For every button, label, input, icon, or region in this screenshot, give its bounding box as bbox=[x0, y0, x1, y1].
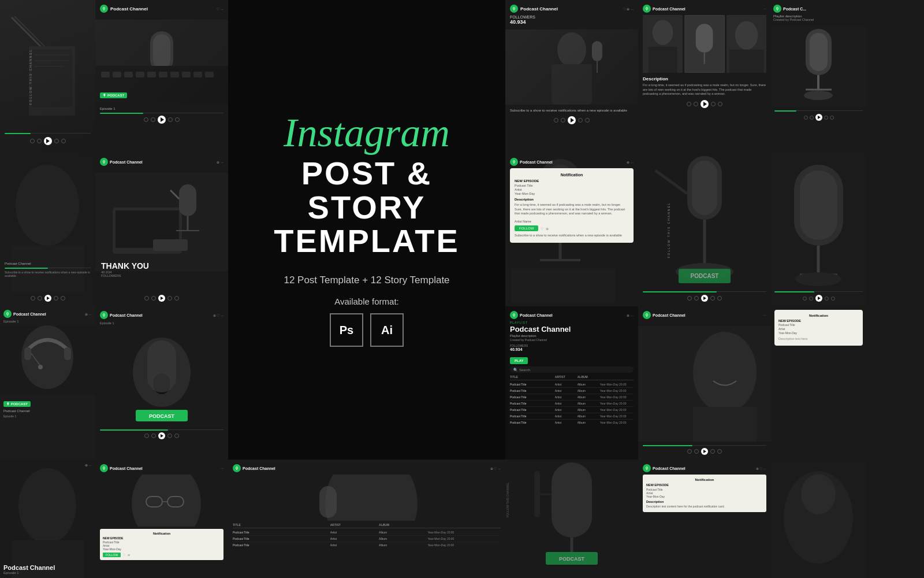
svg-point-25 bbox=[557, 32, 586, 67]
table-row: Podcast Title Artist Album Year-Mon-Day … bbox=[510, 388, 634, 394]
svg-rect-22 bbox=[193, 72, 202, 77]
play-btn-9[interactable]: PLAY bbox=[510, 357, 528, 364]
th-album: ALBUM bbox=[578, 375, 600, 379]
follow-btn-notif[interactable]: FOLLOW bbox=[515, 225, 538, 231]
card-col4-row1: 🎙 Podcast Channel ♡ ⊕ ··· FOLLOWERS 40.9… bbox=[505, 0, 638, 153]
table-row: Podcast Title Artist Album Year-Mon-Day … bbox=[510, 381, 634, 388]
svg-rect-73 bbox=[800, 171, 837, 240]
svg-rect-40 bbox=[810, 33, 828, 71]
card-col6-row4 bbox=[771, 460, 866, 578]
svg-rect-80 bbox=[64, 347, 71, 360]
svg-rect-79 bbox=[24, 347, 31, 360]
channel-9: Podcast Channel bbox=[520, 313, 553, 317]
podcast-badge: 🎙PODCAST bbox=[100, 88, 127, 99]
share-icons: ♡ ··· bbox=[217, 7, 223, 11]
channel-b3: Podcast Channel bbox=[243, 466, 275, 470]
card-header: 🎙 Podcast Channel ♡ ··· bbox=[100, 5, 223, 13]
created-by-4: Created by Podcast Channel bbox=[773, 18, 862, 21]
follow-b2[interactable]: FOLLOW bbox=[103, 553, 121, 557]
th-artist: ARTIST bbox=[555, 375, 578, 379]
th-album-b3: ALBUM bbox=[379, 523, 427, 527]
card-col2-row1: 🎙 Podcast Channel ♡ ··· bbox=[95, 0, 228, 153]
share-b5: ⊕ ♡ ··· bbox=[756, 466, 766, 470]
notif-b5: Notification bbox=[646, 478, 763, 481]
subscribe-text: Subscribe to a show to receive notificat… bbox=[510, 108, 634, 113]
svg-text:PODCAST: PODCAST bbox=[691, 273, 719, 279]
heart-notif: ♡ bbox=[541, 227, 543, 231]
svg-point-82 bbox=[38, 365, 43, 369]
episode-label-7: Episode 1 bbox=[3, 414, 92, 418]
card-col6-row1: 🎙 Podcast C... Playlist description Crea… bbox=[771, 0, 866, 153]
share-3: ··· bbox=[763, 7, 766, 10]
card-col5-row1: 🎙 Podcast Channel ··· bbox=[638, 0, 771, 153]
svg-rect-91 bbox=[693, 407, 757, 442]
card-col1-row1: FOLLOW THIS CHANNEL bbox=[0, 0, 95, 153]
channel-6: Podcast Channel bbox=[520, 160, 553, 164]
table-row: Podcast Title Artist Album Year-Mon-Day … bbox=[510, 394, 634, 401]
th-artist-b3: ARTIST bbox=[330, 523, 379, 527]
podcast-icon: 🎙 bbox=[100, 5, 108, 13]
hero-format-label: Available format: bbox=[334, 297, 398, 306]
share-10: ··· bbox=[763, 313, 766, 317]
svg-rect-18 bbox=[147, 72, 156, 77]
channel-7: Podcast Channel bbox=[13, 312, 46, 316]
heart-b2: ♡ bbox=[123, 553, 125, 557]
podcast-icon-7: 🎙 bbox=[3, 310, 12, 318]
th-title: TITLE bbox=[510, 375, 555, 379]
new-ep-b2: NEW EPISODE bbox=[103, 536, 221, 540]
podcast-icon-8: 🎙 bbox=[100, 311, 108, 319]
card-col4-row4: PODCAST FOLLOW THIS CHANNEL bbox=[505, 460, 638, 578]
svg-text:PODCAST: PODCAST bbox=[149, 413, 175, 419]
svg-point-30 bbox=[653, 20, 673, 45]
followers-count: 40.934 bbox=[510, 19, 634, 25]
bottom-podcast-title: Podcast Channel bbox=[3, 564, 92, 571]
channel-5: Podcast Channel bbox=[110, 160, 143, 164]
svg-rect-50 bbox=[179, 184, 196, 216]
th-date-b3 bbox=[427, 523, 501, 527]
channel-10: Podcast Channel bbox=[653, 313, 685, 317]
created-by-9: Created by Podcast Channel bbox=[510, 338, 634, 342]
card-col5-row2: PODCAST FOLLOW THIS CHANNEL bbox=[638, 153, 771, 306]
svg-rect-15 bbox=[113, 72, 121, 77]
table-row-b3-2: Podcast Title Artist Album Year-Mon-Day … bbox=[233, 536, 501, 542]
notification-title: Notification bbox=[515, 173, 629, 177]
podcast-icon-6: 🎙 bbox=[510, 158, 518, 166]
podcast-icon-9: 🎙 bbox=[510, 311, 518, 319]
card-col2-row4: 🎙 Podcast Channel ··· Notification bbox=[95, 460, 228, 578]
format-ai-badge: Ai bbox=[370, 313, 404, 347]
card-col1-row2: Podcast Channel Subscribe to a show to r… bbox=[0, 153, 95, 306]
card-title: Podcast Channel bbox=[110, 6, 148, 12]
svg-rect-61 bbox=[511, 269, 615, 303]
svg-rect-20 bbox=[170, 72, 179, 77]
svg-rect-102 bbox=[319, 486, 337, 518]
hero-post-story-label: POST & STORY bbox=[251, 157, 482, 225]
svg-rect-26 bbox=[552, 64, 592, 105]
card-title-2: Podcast Channel bbox=[520, 6, 558, 12]
share-icons-2: ♡ ⊕ ··· bbox=[623, 7, 634, 11]
year-mon-notif: Year-Mon-Day bbox=[515, 192, 629, 195]
th-date bbox=[600, 375, 634, 379]
playlist-desc-9: Playlist description bbox=[510, 334, 634, 338]
channel-name-3: Podcast Channel bbox=[653, 7, 685, 11]
svg-point-96 bbox=[132, 475, 201, 527]
new-episode-label: NEW EPISODE bbox=[515, 179, 629, 183]
card-col2-row3: 🎙 Podcast Channel ⊕ ♡ ··· Episode 1 bbox=[95, 306, 228, 460]
svg-rect-31 bbox=[649, 47, 677, 73]
svg-point-114 bbox=[801, 474, 836, 514]
hero-section: Instagram POST & STORY TEMPLATE 12 Post … bbox=[228, 0, 505, 460]
card-col2-row2: 🎙 Podcast Channel ⊕ ··· bbox=[95, 153, 228, 306]
card-col5-row3: 🎙 Podcast Channel ··· bbox=[638, 306, 771, 460]
left-subscribe: Subscribe to a show to receive notificat… bbox=[5, 271, 91, 277]
description-body: For a long time, it seemed as if podcast… bbox=[643, 83, 766, 97]
podcast-icon-5: 🎙 bbox=[100, 158, 108, 166]
desc-label-notif: Description bbox=[515, 198, 629, 201]
podcast-icon-2: 🎙 bbox=[510, 5, 518, 13]
card-col3-row4: 🎙 Podcast Channel ⊕ ♡ ··· TITLE ARTIST A… bbox=[228, 460, 505, 578]
podcast-label: 🎙PODCAST bbox=[100, 92, 127, 98]
artist-notif: Artist bbox=[515, 188, 629, 191]
card-header-left-2: 🎙 Podcast Channel bbox=[510, 5, 558, 13]
channel-name-4: Podcast C... bbox=[783, 7, 806, 11]
artist-name-notif: Artist Name bbox=[515, 220, 629, 223]
share-9: ⊕ ··· bbox=[627, 313, 634, 317]
new-ep-b5: NEW EPISODE bbox=[646, 483, 763, 487]
